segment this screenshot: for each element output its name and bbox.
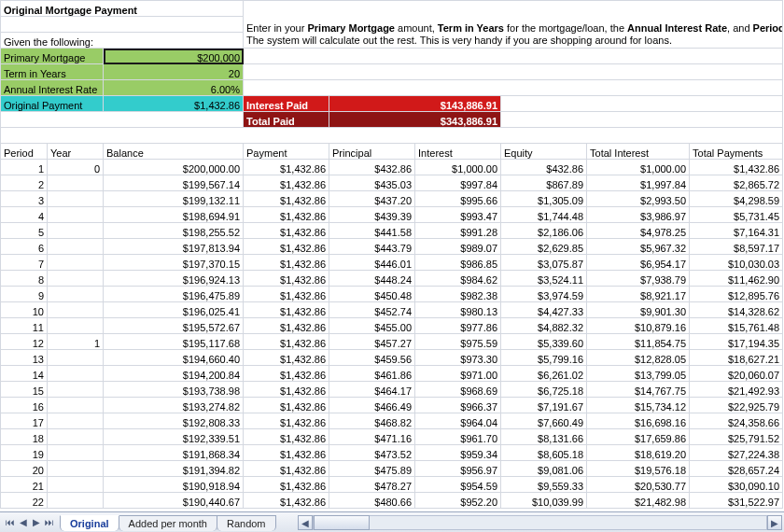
cell[interactable]: 6: [1, 239, 48, 255]
cell[interactable]: $199,567.14: [104, 175, 244, 191]
cell[interactable]: $25,791.52: [690, 429, 783, 445]
cell[interactable]: $973.30: [415, 350, 501, 366]
table-row[interactable]: 15$193,738.98$1,432.86$464.17$968.69$6,7…: [1, 382, 783, 398]
table-row[interactable]: 11$195,572.67$1,432.86$455.00$977.86$4,8…: [1, 318, 783, 334]
cell[interactable]: $448.24: [329, 271, 415, 287]
cell[interactable]: $952.20: [415, 493, 501, 509]
table-row[interactable]: 3$199,132.11$1,432.86$437.20$995.66$1,30…: [1, 191, 783, 207]
cell[interactable]: [48, 461, 104, 477]
cell[interactable]: $18,627.21: [690, 350, 783, 366]
cell[interactable]: $2,629.85: [501, 239, 587, 255]
cell[interactable]: $194,660.40: [104, 350, 244, 366]
tab-nav-prev-icon[interactable]: ◀: [17, 516, 30, 529]
cell[interactable]: $13,799.05: [587, 366, 690, 382]
cell[interactable]: $8,605.18: [501, 445, 587, 461]
cell[interactable]: [48, 287, 104, 302]
cell[interactable]: $991.28: [415, 223, 501, 239]
cell[interactable]: 8: [1, 271, 48, 287]
cell[interactable]: $1,432.86: [244, 287, 329, 302]
cell[interactable]: 0: [48, 160, 104, 175]
cell[interactable]: $28,657.24: [690, 461, 783, 477]
cell[interactable]: [48, 271, 104, 287]
cell[interactable]: $1,432.86: [244, 429, 329, 445]
cell[interactable]: $466.49: [329, 398, 415, 413]
cell[interactable]: $2,186.06: [501, 223, 587, 239]
cell[interactable]: $11,854.75: [587, 334, 690, 350]
cell[interactable]: $1,432.86: [244, 271, 329, 287]
cell[interactable]: $30,090.10: [690, 477, 783, 493]
cell[interactable]: 1: [1, 160, 48, 175]
cell[interactable]: $441.58: [329, 223, 415, 239]
cell[interactable]: $1,432.86: [244, 318, 329, 334]
table-row[interactable]: 17$192,808.33$1,432.86$468.82$964.04$7,6…: [1, 413, 783, 429]
cell[interactable]: 20: [1, 461, 48, 477]
cell[interactable]: [48, 429, 104, 445]
cell[interactable]: $997.84: [415, 175, 501, 191]
cell[interactable]: $450.48: [329, 287, 415, 302]
cell[interactable]: $196,025.41: [104, 302, 244, 318]
cell[interactable]: $954.59: [415, 477, 501, 493]
cell[interactable]: $1,305.09: [501, 191, 587, 207]
cell[interactable]: 13: [1, 350, 48, 366]
cell[interactable]: $6,261.02: [501, 366, 587, 382]
cell[interactable]: $459.56: [329, 350, 415, 366]
cell[interactable]: $191,868.34: [104, 445, 244, 461]
cell[interactable]: $21,482.98: [587, 493, 690, 509]
cell[interactable]: [48, 239, 104, 255]
cell[interactable]: [48, 223, 104, 239]
cell[interactable]: $11,462.90: [690, 271, 783, 287]
cell[interactable]: $193,738.98: [104, 382, 244, 398]
cell[interactable]: $5,967.32: [587, 239, 690, 255]
term-years-cell[interactable]: 20: [104, 64, 244, 80]
cell[interactable]: $4,882.32: [501, 318, 587, 334]
cell[interactable]: 2: [1, 175, 48, 191]
table-row[interactable]: 22$190,440.67$1,432.86$480.66$952.20$10,…: [1, 493, 783, 509]
cell[interactable]: $8,921.17: [587, 287, 690, 302]
cell[interactable]: 9: [1, 287, 48, 302]
cell[interactable]: $980.13: [415, 302, 501, 318]
cell[interactable]: $4,427.33: [501, 302, 587, 318]
cell[interactable]: $964.04: [415, 413, 501, 429]
cell[interactable]: $3,075.87: [501, 255, 587, 271]
cell[interactable]: $1,432.86: [244, 350, 329, 366]
cell[interactable]: 18: [1, 429, 48, 445]
cell[interactable]: $966.37: [415, 398, 501, 413]
cell[interactable]: $14,767.75: [587, 382, 690, 398]
tab-nav-first-icon[interactable]: ⏮: [4, 516, 17, 529]
cell[interactable]: 1: [48, 334, 104, 350]
cell[interactable]: $196,924.13: [104, 271, 244, 287]
cell[interactable]: [48, 255, 104, 271]
table-row[interactable]: 16$193,274.82$1,432.86$466.49$966.37$7,1…: [1, 398, 783, 413]
table-row[interactable]: 4$198,694.91$1,432.86$439.39$993.47$1,74…: [1, 207, 783, 223]
cell[interactable]: [48, 302, 104, 318]
cell[interactable]: $995.66: [415, 191, 501, 207]
cell[interactable]: $1,000.00: [587, 160, 690, 175]
cell[interactable]: $197,370.15: [104, 255, 244, 271]
cell[interactable]: $1,432.86: [244, 207, 329, 223]
cell[interactable]: $5,731.45: [690, 207, 783, 223]
cell[interactable]: $478.27: [329, 477, 415, 493]
table-row[interactable]: 14$194,200.84$1,432.86$461.86$971.00$6,2…: [1, 366, 783, 382]
cell[interactable]: $2,865.72: [690, 175, 783, 191]
table-row[interactable]: 5$198,255.52$1,432.86$441.58$991.28$2,18…: [1, 223, 783, 239]
cell[interactable]: $20,060.07: [690, 366, 783, 382]
cell[interactable]: $1,432.86: [244, 382, 329, 398]
cell[interactable]: [48, 477, 104, 493]
cell[interactable]: $9,081.06: [501, 461, 587, 477]
cell[interactable]: $3,524.11: [501, 271, 587, 287]
cell[interactable]: $10,030.03: [690, 255, 783, 271]
cell[interactable]: 22: [1, 493, 48, 509]
cell[interactable]: $968.69: [415, 382, 501, 398]
cell[interactable]: $435.03: [329, 175, 415, 191]
cell[interactable]: 14: [1, 366, 48, 382]
cell[interactable]: $194,200.84: [104, 366, 244, 382]
tab-random[interactable]: Random: [217, 515, 276, 531]
cell[interactable]: 5: [1, 223, 48, 239]
cell[interactable]: $10,879.16: [587, 318, 690, 334]
cell[interactable]: $1,432.86: [244, 255, 329, 271]
table-row[interactable]: 6$197,813.94$1,432.86$443.79$989.07$2,62…: [1, 239, 783, 255]
cell[interactable]: $1,432.86: [244, 445, 329, 461]
cell[interactable]: $16,698.16: [587, 413, 690, 429]
cell[interactable]: $439.39: [329, 207, 415, 223]
cell[interactable]: $443.79: [329, 239, 415, 255]
